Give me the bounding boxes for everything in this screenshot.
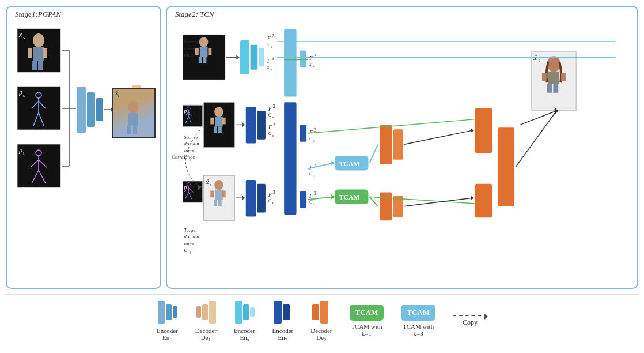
svg-text:F: F bbox=[267, 35, 271, 42]
svg-point-114 bbox=[214, 180, 223, 190]
svg-rect-206 bbox=[274, 301, 282, 324]
svg-rect-117 bbox=[218, 200, 222, 206]
legend-decoder-de2: DecoderDe2 bbox=[310, 299, 332, 343]
svg-text:TCAM: TCAM bbox=[339, 160, 360, 168]
svg-rect-61 bbox=[251, 45, 258, 70]
legend-tcam-blue-label: TCAM withk=3 bbox=[403, 323, 434, 337]
svg-rect-171 bbox=[475, 184, 492, 218]
svg-rect-8 bbox=[43, 48, 47, 58]
svg-rect-86 bbox=[222, 118, 226, 125]
svg-text:3: 3 bbox=[273, 122, 276, 127]
main-container: Stage1:PGPAN x s p s bbox=[0, 0, 644, 353]
svg-text:p: p bbox=[18, 146, 22, 154]
legend-encoder-ens: EncoderEns bbox=[234, 299, 255, 343]
svg-point-43 bbox=[128, 101, 138, 114]
svg-line-191 bbox=[404, 130, 472, 144]
svg-rect-5 bbox=[32, 61, 37, 70]
svg-rect-168 bbox=[380, 192, 392, 220]
svg-rect-179 bbox=[548, 72, 560, 84]
svg-rect-119 bbox=[222, 191, 226, 198]
svg-rect-118 bbox=[210, 191, 214, 198]
svg-text:t: t bbox=[313, 174, 314, 178]
stage1-diagram: x s p s bbox=[12, 23, 154, 277]
svg-text:s: s bbox=[272, 133, 274, 137]
svg-text:x: x bbox=[18, 31, 22, 39]
svg-line-193 bbox=[404, 198, 472, 206]
stage1-label: Stage1:PGPAN bbox=[13, 10, 63, 19]
svg-text:x: x bbox=[267, 42, 270, 47]
svg-rect-205 bbox=[250, 307, 255, 317]
svg-rect-115 bbox=[215, 190, 223, 200]
legend-dec1-label: DecoderDe1 bbox=[195, 327, 217, 343]
svg-rect-180 bbox=[547, 84, 552, 93]
svg-rect-199 bbox=[173, 306, 177, 318]
svg-text:t: t bbox=[272, 201, 274, 205]
legend-tcam-green: TCAM TCAM withk=1 bbox=[350, 305, 384, 337]
svg-text:C: C bbox=[268, 198, 272, 204]
svg-text:s: s bbox=[313, 138, 315, 142]
svg-rect-166 bbox=[380, 125, 392, 164]
legend-encs-label: EncoderEns bbox=[234, 327, 255, 343]
svg-rect-208 bbox=[312, 304, 319, 320]
stage1-box: Stage1:PGPAN x s p s bbox=[6, 6, 161, 289]
svg-line-174 bbox=[369, 197, 378, 206]
svg-rect-182 bbox=[542, 73, 547, 81]
legend-enc2-label: EncoderEn2 bbox=[272, 327, 294, 343]
svg-rect-84 bbox=[218, 126, 222, 133]
svg-rect-54 bbox=[199, 57, 202, 63]
svg-rect-95 bbox=[257, 111, 266, 140]
svg-rect-33 bbox=[87, 92, 95, 127]
legend-encoder-en1: EncoderEn1 bbox=[157, 299, 178, 343]
svg-rect-53 bbox=[200, 47, 208, 57]
svg-rect-45 bbox=[127, 126, 131, 134]
legend-tcam-blue: TCAM TCAM withk=3 bbox=[401, 305, 435, 337]
svg-marker-93 bbox=[242, 122, 245, 127]
svg-rect-116 bbox=[214, 200, 217, 206]
svg-rect-55 bbox=[203, 57, 207, 63]
svg-rect-137 bbox=[284, 29, 296, 97]
svg-text:s: s bbox=[272, 115, 274, 119]
svg-rect-203 bbox=[235, 301, 242, 324]
svg-text:Source: Source bbox=[184, 39, 198, 44]
svg-rect-82 bbox=[215, 117, 223, 127]
svg-text:TCAM: TCAM bbox=[339, 194, 360, 201]
svg-text:2: 2 bbox=[272, 33, 274, 39]
svg-marker-165 bbox=[331, 194, 335, 199]
svg-text:3: 3 bbox=[272, 55, 275, 61]
svg-text:Correlation: Correlation bbox=[172, 154, 196, 160]
svg-rect-201 bbox=[202, 304, 208, 320]
svg-rect-200 bbox=[196, 306, 201, 318]
svg-rect-167 bbox=[393, 129, 403, 160]
svg-rect-7 bbox=[28, 48, 32, 58]
svg-text:3: 3 bbox=[314, 190, 317, 196]
svg-text:F: F bbox=[267, 57, 271, 64]
svg-rect-94 bbox=[246, 107, 256, 143]
svg-line-195 bbox=[516, 111, 556, 167]
svg-rect-32 bbox=[77, 87, 86, 133]
svg-rect-197 bbox=[158, 301, 165, 324]
svg-text:s: s bbox=[271, 44, 272, 48]
svg-text:F: F bbox=[268, 105, 272, 112]
svg-rect-207 bbox=[283, 304, 290, 320]
svg-rect-138 bbox=[284, 102, 296, 215]
stage2-box: Stage2: TCN Source texture input x s bbox=[166, 6, 638, 289]
svg-rect-141 bbox=[300, 191, 306, 208]
legend-tcam-green-label: TCAM withk=1 bbox=[351, 323, 382, 337]
svg-rect-46 bbox=[133, 126, 137, 134]
svg-text:t: t bbox=[313, 202, 314, 206]
svg-rect-209 bbox=[320, 301, 328, 324]
svg-text:input: input bbox=[184, 148, 195, 153]
svg-rect-56 bbox=[195, 48, 199, 55]
svg-text:s: s bbox=[23, 93, 25, 98]
svg-text:x: x bbox=[267, 65, 270, 70]
svg-text:F: F bbox=[309, 192, 313, 199]
svg-text:s: s bbox=[313, 64, 315, 68]
hat-xt-label: x̂t bbox=[115, 90, 119, 98]
svg-text:3: 3 bbox=[314, 127, 317, 133]
svg-rect-183 bbox=[561, 73, 566, 81]
svg-text:t: t bbox=[210, 182, 211, 186]
stage2-diagram: Source texture input x s bbox=[172, 12, 632, 283]
legend-encs-blocks bbox=[234, 299, 255, 325]
legend-enc2-blocks bbox=[272, 299, 293, 325]
legend-dec2-label: DecoderDe2 bbox=[310, 327, 332, 343]
